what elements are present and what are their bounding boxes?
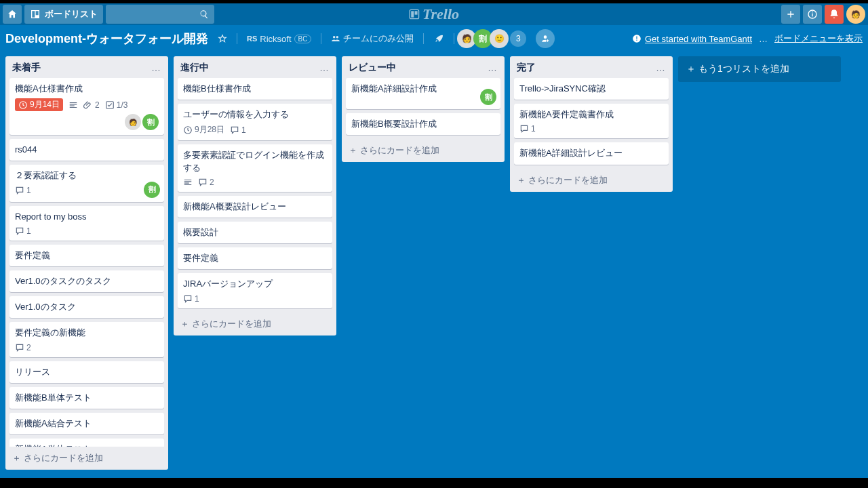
card[interactable]: 新機能A詳細設計レビュー [514,142,669,164]
card-title: 新機能A結合テスト [15,418,159,430]
member-count[interactable]: 3 [510,30,526,47]
card[interactable]: 機能A仕様書作成9月14日21/3🧑割 [9,78,164,135]
member-avatar[interactable]: 割 [480,89,496,105]
add-card-button[interactable]: ＋ さらにカードを追加 [510,169,673,192]
list-menu-button[interactable]: … [319,62,330,73]
plus-icon [785,9,796,20]
home-button[interactable] [3,5,22,24]
card-title: rs044 [15,144,159,156]
card-title: 新機能A要件定義書作成 [519,108,663,121]
add-list-button[interactable]: ＋ もう1つリストを追加 [678,56,841,82]
visibility-label: チームにのみ公開 [343,33,414,45]
list: レビュー中 …新機能A詳細設計作成割新機能B概要設計作成＋ さらにカードを追加 [342,56,505,162]
list-menu-button[interactable]: … [656,62,666,73]
card[interactable]: 多要素素認証でログイン機能を作成する2 [178,144,332,191]
card[interactable]: 概要設計 [178,222,332,243]
comment-badge: 1 [519,124,536,134]
member-avatar[interactable]: 割 [142,114,159,130]
board-title[interactable]: Development-ウォータフォール開発 [5,30,208,47]
list-title[interactable]: 進行中 [180,62,209,74]
card[interactable]: JIRAバージョンアップ1 [178,273,332,308]
card[interactable]: 新機能A概要設計レビュー [178,196,332,218]
show-menu-link[interactable]: ボードメニューを表示 [774,33,863,45]
add-card-button[interactable]: ＋ さらにカードを追加 [342,139,505,162]
list-menu-button[interactable]: … [488,62,498,73]
card-title: 多要素素認証でログイン機能を作成する [183,149,327,174]
search-input[interactable] [106,5,214,24]
info-button[interactable] [803,5,822,24]
member-avatar[interactable]: 🧑 [125,114,141,130]
star-button[interactable] [214,31,231,46]
team-name: Ricksoft [260,34,291,44]
list-title[interactable]: 完了 [517,62,536,74]
powerup-button[interactable] [429,30,448,47]
search-icon [199,9,209,19]
card[interactable]: 新機能B単体テスト [9,387,164,409]
card-title: 新機能B単体テスト [15,392,159,404]
more-dots[interactable]: … [759,34,768,44]
card[interactable]: ２要素認証する1割 [9,165,164,201]
card-title: 概要設計 [183,226,327,239]
card[interactable]: Ver1.0のタスク [9,296,164,318]
card[interactable]: 新機能A結合テスト [9,413,164,434]
comment-badge: 1 [15,226,31,236]
star-icon [218,34,227,43]
card[interactable]: rs044 [9,139,164,161]
bell-icon [829,9,840,20]
user-avatar[interactable]: 🧑 [846,5,865,24]
card[interactable]: 新機能A要件定義書作成1 [514,104,669,138]
home-icon [7,9,18,20]
teamgantt-link[interactable]: Get started with TeamGantt [632,34,752,44]
description-badge [183,178,193,187]
card-title: Report to my boss [15,211,159,223]
card-title: Trello->JiraSYNC確認 [519,83,663,95]
card[interactable]: 新機能A詳細設計作成割 [346,78,500,109]
comment-badge: 1 [183,294,199,304]
list-title[interactable]: 未着手 [12,62,41,74]
list-cards: 機能B仕様書作成ユーザーの情報を入力する9月28日1多要素素認証でログイン機能を… [174,78,336,312]
list-title[interactable]: レビュー中 [349,62,396,74]
card[interactable]: ユーザーの情報を入力する9月28日1 [178,104,332,140]
topbar: ボードリスト Trello 🧑 [0,3,868,25]
card-members: 🧑割 [15,114,159,130]
list-cards: 新機能A詳細設計作成割新機能B概要設計作成 [342,78,505,139]
card-title: JIRAバージョンアップ [183,278,327,290]
card[interactable]: Report to my boss1 [9,206,164,241]
card-title: 新機能A単体テスト [15,443,159,447]
card[interactable]: 機能B仕様書作成 [178,78,332,100]
logo-icon [409,9,420,20]
card[interactable]: 要件定義 [178,247,332,269]
svg-rect-2 [415,11,418,14]
card-title: 新機能A詳細設計作成 [351,83,495,95]
board-members[interactable]: 🧑 割 🙂 3 [460,29,526,48]
trello-logo[interactable]: Trello [409,5,459,23]
member-avatar[interactable]: 割 [144,182,160,198]
team-button[interactable]: RS Ricksoft BC [243,31,315,47]
card-title: 機能A仕様書作成 [15,83,159,95]
visibility-button[interactable]: チームにのみ公開 [327,30,418,47]
card[interactable]: 要件定義の新機能2 [9,322,164,357]
boards-button[interactable]: ボードリスト [24,5,103,24]
card[interactable]: 新機能B概要設計作成 [346,113,500,135]
card[interactable]: 新機能A単体テスト [9,439,164,447]
attachment-badge: 2 [83,100,100,110]
card[interactable]: Ver1.0のタスクのタスク [9,270,164,292]
add-card-button[interactable]: ＋ さらにカードを追加 [174,312,336,336]
svg-rect-4 [812,14,812,17]
add-card-button[interactable]: ＋ さらにカードを追加 [5,447,168,470]
board-header: Development-ウォータフォール開発 RS Ricksoft BC チー… [0,25,868,52]
create-button[interactable] [781,5,800,24]
list: 未着手 …機能A仕様書作成9月14日21/3🧑割rs044２要素認証する1割Re… [5,56,168,470]
card[interactable]: Trello->JiraSYNC確認 [514,78,669,100]
card[interactable]: リリース [9,361,164,383]
invite-button[interactable] [536,29,555,48]
member-avatar[interactable]: 🙂 [490,29,509,48]
list-cards: 機能A仕様書作成9月14日21/3🧑割rs044２要素認証する1割Report … [5,78,168,447]
card[interactable]: 要件定義 [9,245,164,266]
notifications-button[interactable] [825,5,844,24]
description-badge [68,100,78,110]
boards-label: ボードリスト [45,8,98,20]
team-logo: RS [247,35,257,43]
warning-icon [632,34,642,43]
list-menu-button[interactable]: … [151,62,161,73]
